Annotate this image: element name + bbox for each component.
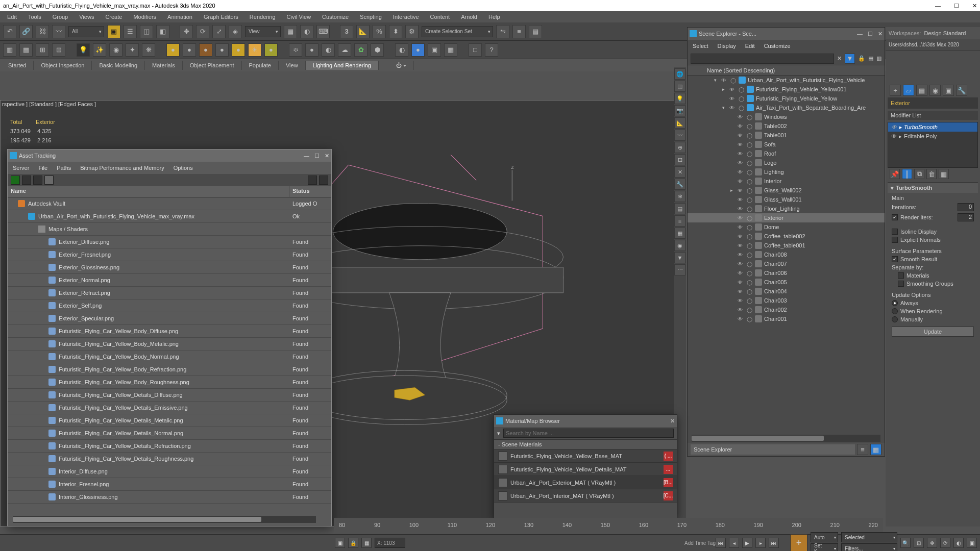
asset-row[interactable]: Exterior_Refract.pngFound <box>8 287 331 299</box>
refcoord-combo[interactable]: View <box>245 26 281 37</box>
fx2-icon[interactable]: ● <box>305 43 318 57</box>
asset-row[interactable]: Futuristic_Flying_Car_Yellow_Details_Emi… <box>8 402 331 414</box>
asset-row[interactable]: Futuristic_Flying_Car_Yellow_Details_Ref… <box>8 440 331 453</box>
se-expand-icon[interactable]: ▤ <box>868 55 873 62</box>
angle-snap-icon[interactable]: 📐 <box>356 25 370 38</box>
scene-node[interactable]: ▸👁◯Futuristic_Flying_Vehicle_Yellow001 <box>688 85 885 94</box>
se-menu-display[interactable]: Display <box>718 43 736 49</box>
unlink-icon[interactable]: 〰 <box>52 25 65 38</box>
asset-row[interactable]: Urban_Air_Port_with_Futuristic_Flying_Ve… <box>8 210 331 223</box>
motion-tab-icon[interactable]: ◉ <box>929 85 941 96</box>
vp-grid-icon[interactable]: ▦ <box>674 228 685 239</box>
material-group-header[interactable]: - Scene Materials <box>494 439 677 449</box>
menu-create[interactable]: Create <box>105 14 122 20</box>
asset-row[interactable]: Futuristic_Flying_Car_Yellow_Details_Met… <box>8 414 331 427</box>
asset-menu-server[interactable]: Server <box>13 165 29 171</box>
tab-view[interactable]: View <box>279 61 306 70</box>
layers-icon[interactable]: ▤ <box>529 25 542 38</box>
mat3-icon[interactable]: ● <box>199 43 212 57</box>
asset-hscroll[interactable] <box>13 516 316 523</box>
light5-icon[interactable]: ❋ <box>142 43 155 57</box>
asset-row[interactable]: Futuristic_Flying_Car_Yellow_Details_Nor… <box>8 427 331 440</box>
scene-node[interactable]: 👁◯Chair006 <box>688 268 885 278</box>
layer-explorer-icon[interactable]: ▦ <box>19 43 33 57</box>
asset-view3-icon[interactable] <box>44 176 54 185</box>
asset-menu-bitmap-performance-and-memory[interactable]: Bitmap Performance and Memory <box>80 165 164 171</box>
rotate-icon[interactable]: ⟳ <box>196 25 209 38</box>
asset-row[interactable]: Futuristic_Flying_Car_Yellow_Details_Dif… <box>8 389 331 402</box>
rendered-frame-icon[interactable]: ● <box>411 43 425 57</box>
vp-more-icon[interactable]: ⋯ <box>674 264 685 276</box>
scene-node[interactable]: 👁◯Futuristic_Flying_Vehicle_Yellow <box>688 94 885 103</box>
mirror-icon[interactable]: ⇋ <box>496 25 509 38</box>
nav-zoom-all-icon[interactable]: ⊡ <box>914 538 924 548</box>
asset-view1-icon[interactable] <box>22 176 31 185</box>
mat1-icon[interactable]: ● <box>166 43 180 57</box>
vp-bulb-icon[interactable]: ◉ <box>674 240 685 251</box>
tab-switch-icon[interactable]: ⏻ ▾ <box>389 61 414 70</box>
scene-node[interactable]: 👁◯Chair002 <box>688 305 885 314</box>
scale-icon[interactable]: ⤢ <box>212 25 226 38</box>
menu-help[interactable]: Help <box>488 14 500 20</box>
nav-zoom-icon[interactable]: 🔍 <box>900 538 911 548</box>
select-name-icon[interactable]: ☰ <box>124 25 137 38</box>
iterations-spinner[interactable]: 0 <box>958 203 974 211</box>
tab-lighting-and-rendering[interactable]: Lighting And Rendering <box>306 61 379 70</box>
scene-node[interactable]: 👁◯Roof <box>688 149 885 158</box>
pin-stack-icon[interactable]: 📌 <box>890 169 900 179</box>
menu-rendering[interactable]: Rendering <box>250 14 276 20</box>
align-icon[interactable]: ≡ <box>512 25 526 38</box>
vp-cube-icon[interactable]: ◫ <box>674 81 685 92</box>
sun-icon[interactable]: ☀ <box>248 43 261 57</box>
tab-populate[interactable]: Populate <box>242 61 279 70</box>
se-menu-select[interactable]: Select <box>693 43 708 49</box>
rollout-title[interactable]: TurboSmooth <box>896 185 932 191</box>
vp-waves-icon[interactable]: 〰 <box>674 130 685 141</box>
asset-col-name[interactable]: Name <box>8 186 289 197</box>
se-collapse-icon[interactable]: ▥ <box>876 55 881 62</box>
scene-node[interactable]: 👁◯Floor_Lighting <box>688 204 885 213</box>
asset-refresh-icon[interactable] <box>11 176 20 185</box>
se-clear-icon[interactable]: ✕ <box>837 55 842 62</box>
nav-orbit-icon[interactable]: ⟳ <box>940 538 950 548</box>
scene-node[interactable]: ▾👁◯Urban_Air_Port_with_Futuristic_Flying… <box>688 76 885 85</box>
scene-node[interactable]: 👁◯Interior <box>688 177 885 186</box>
asset-row[interactable]: Autodesk VaultLogged O <box>8 197 331 210</box>
light4-icon[interactable]: ✦ <box>126 43 139 57</box>
vp-space-icon[interactable]: ⊡ <box>674 154 685 165</box>
asset-row[interactable]: Futuristic_Flying_Car_Yellow_Details_Rou… <box>8 453 331 465</box>
link-icon[interactable]: ⛓ <box>36 25 49 38</box>
tab-started[interactable]: Started <box>1 61 34 70</box>
se-filter-icon[interactable]: ▼ <box>845 54 855 64</box>
explicit-normals-checkbox[interactable] <box>892 237 898 243</box>
show-result-icon[interactable]: ║ <box>902 169 912 179</box>
se-footer-label[interactable]: Scene Explorer <box>691 444 855 455</box>
asset-row[interactable]: Interior_Fresnel.pngFound <box>8 478 331 491</box>
light1-icon[interactable]: 💡 <box>77 43 90 57</box>
prev-frame-icon[interactable]: ◂ <box>729 538 739 548</box>
light2-icon[interactable]: ✨ <box>93 43 106 57</box>
se-minimize-icon[interactable]: — <box>857 31 863 37</box>
asset-row[interactable]: Interior_Diffuse.pngFound <box>8 465 331 478</box>
asset-close-icon[interactable]: ✕ <box>325 153 329 159</box>
render-iters-checkbox[interactable]: ✓ <box>892 214 898 220</box>
vp-world-icon[interactable]: 🌐 <box>674 68 685 80</box>
se-column-header[interactable]: Name (Sorted Descending) <box>688 65 885 76</box>
se-hscroll[interactable] <box>692 435 880 442</box>
vp-snow-icon[interactable]: ❄ <box>674 191 685 202</box>
tab-object-placement[interactable]: Object Placement <box>183 61 242 70</box>
se-maximize-icon[interactable]: ☐ <box>868 31 873 37</box>
select-region-icon[interactable]: ◫ <box>140 25 153 38</box>
asset-row[interactable]: Exterior_Diffuse.pngFound <box>8 236 331 248</box>
render-prod-icon[interactable]: ▣ <box>428 43 441 57</box>
asset-row[interactable]: Futuristic_Flying_Car_Yellow_Body_Normal… <box>8 350 331 363</box>
se-menu-edit[interactable]: Edit <box>745 43 755 49</box>
render-iter-icon[interactable]: ▦ <box>444 43 457 57</box>
fx4-icon[interactable]: ☁ <box>338 43 351 57</box>
make-unique-icon[interactable]: ⧉ <box>914 169 924 179</box>
object-name-field[interactable]: Exterior <box>888 97 978 109</box>
scene-node[interactable]: 👁◯Chair008 <box>688 250 885 259</box>
asset-opt2-icon[interactable] <box>319 176 328 185</box>
vp-list-icon[interactable]: ≡ <box>674 215 685 227</box>
scene-node[interactable]: ▸👁◯Glass_Wall002 <box>688 186 885 195</box>
